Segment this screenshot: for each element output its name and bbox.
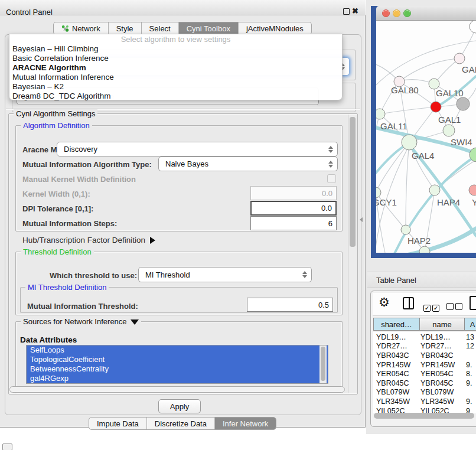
dropdown-item[interactable]: Bayesian – Hill Climbing bbox=[9, 44, 342, 54]
float-window-icon[interactable] bbox=[343, 8, 350, 15]
dropdown-item[interactable]: Bayesian – K2 bbox=[9, 82, 342, 92]
dpi-tolerance-field[interactable]: 0.0 bbox=[250, 201, 337, 216]
tab-impute-data-label: Impute Data bbox=[97, 419, 139, 428]
table-horizontal-scrollbar[interactable] bbox=[374, 413, 474, 419]
network-canvas[interactable]: GALGAL80GAL10GAL1GAL11SWI4GAL4GCY1HAP4YH… bbox=[376, 21, 476, 253]
tab-network[interactable]: Network bbox=[54, 22, 109, 34]
apply-button[interactable]: Apply bbox=[158, 399, 201, 413]
mi-steps-field[interactable]: 6 bbox=[250, 216, 337, 230]
aracne-mode-combo[interactable]: Discovery bbox=[57, 142, 338, 156]
network-edge bbox=[376, 41, 476, 90]
mi-threshold-definition-title: MI Threshold Definition bbox=[25, 283, 109, 292]
splitpane-divider-handle[interactable] bbox=[360, 217, 363, 222]
close-window-icon[interactable]: ✖ bbox=[352, 6, 358, 15]
expand-right-icon bbox=[150, 237, 155, 244]
network-node[interactable] bbox=[429, 185, 440, 195]
list-item[interactable]: TopologicalCoefficient bbox=[27, 355, 328, 364]
tab-jactivemnodules[interactable]: jActiveMNodules bbox=[239, 22, 311, 34]
control-panel-titlebar bbox=[0, 0, 366, 15]
list-vertical-scrollbar[interactable] bbox=[319, 345, 327, 383]
network-node[interactable] bbox=[431, 102, 441, 112]
tab-select-label: Select bbox=[149, 24, 171, 33]
columns-icon[interactable] bbox=[403, 297, 414, 309]
network-edge-highlighted bbox=[376, 144, 407, 179]
combo-stepper-icon bbox=[302, 271, 307, 278]
network-node[interactable] bbox=[401, 225, 410, 234]
network-tab-icon bbox=[61, 25, 69, 32]
tab-discretize-data-label: Discretize Data bbox=[155, 419, 207, 428]
table-body: YDL19…YDL19…13 YDR27…YDR27…12 YBR043CYBR… bbox=[373, 332, 476, 413]
network-node[interactable] bbox=[470, 21, 476, 33]
bottom-tabbar: Impute Data Discretize Data Infer Networ… bbox=[89, 417, 276, 430]
app-screen: Control Panel ✖ Network Style Select Cyn… bbox=[0, 0, 476, 450]
hub-tf-definition-toggle[interactable]: Hub/Transcription Factor Definition bbox=[22, 236, 155, 244]
minimized-panel-icon[interactable] bbox=[2, 444, 12, 450]
tab-discretize-data[interactable]: Discretize Data bbox=[147, 418, 215, 429]
select-all-checks-icon[interactable]: ✓✓ bbox=[423, 302, 441, 312]
network-node-label: Y bbox=[472, 197, 476, 207]
network-node[interactable] bbox=[402, 135, 417, 150]
dropdown-item[interactable]: Mutual Information Inference bbox=[9, 73, 342, 82]
minimize-traffic-light[interactable] bbox=[393, 9, 400, 17]
close-traffic-light[interactable] bbox=[382, 9, 390, 17]
aracne-mode-value: Discovery bbox=[64, 145, 97, 154]
network-edge bbox=[406, 142, 409, 230]
data-attributes-list[interactable]: SelfLoops TopologicalCoefficient Between… bbox=[26, 345, 328, 384]
network-node-label: GAL10 bbox=[436, 88, 464, 98]
threshold-definition-title: Threshold Definition bbox=[21, 247, 94, 256]
tab-impute-data[interactable]: Impute Data bbox=[89, 418, 147, 429]
network-node-label: GAL4 bbox=[412, 151, 434, 161]
dropdown-item[interactable]: Basic Correlation Inference bbox=[9, 54, 342, 63]
column-header-shared-name[interactable]: shared… bbox=[373, 318, 420, 331]
combo-stepper-icon bbox=[328, 146, 333, 153]
mi-algorithm-type-value: Naive Bayes bbox=[165, 159, 208, 168]
manual-kernel-width-label: Manual Kernel Width Definition bbox=[22, 175, 136, 184]
mi-threshold-label: Mutual Information Threshold: bbox=[27, 302, 138, 311]
deselect-all-checks-icon[interactable] bbox=[446, 302, 464, 312]
tab-infer-network[interactable]: Infer Network bbox=[215, 418, 276, 429]
which-threshold-combo[interactable]: MI Threshold bbox=[138, 267, 312, 282]
tab-style[interactable]: Style bbox=[109, 22, 142, 34]
mi-threshold-field[interactable]: 0.5 bbox=[247, 298, 333, 312]
algorithm-definition-title: Algorithm Definition bbox=[21, 121, 92, 130]
network-node-label: GAL bbox=[462, 64, 476, 74]
algorithm-dropdown-popup: Select algorithm to view settings Bayesi… bbox=[9, 34, 343, 100]
network-window-titlebar bbox=[376, 6, 476, 21]
tab-jactivemnodules-label: jActiveMNodules bbox=[246, 24, 304, 33]
control-panel-title: Control Panel bbox=[6, 8, 53, 17]
cyni-algorithm-settings-title: Cyni Algorithm Settings bbox=[14, 109, 97, 118]
mi-algorithm-type-label: Mutual Information Algorithm Type: bbox=[22, 160, 152, 169]
network-node[interactable] bbox=[443, 125, 455, 136]
new-table-file-icon[interactable] bbox=[470, 296, 476, 310]
network-node[interactable] bbox=[376, 109, 385, 119]
which-threshold-label: Which threshold to use: bbox=[50, 271, 137, 280]
sources-title-text: Sources for Network Inference bbox=[23, 317, 127, 326]
network-node-label: GAL11 bbox=[380, 121, 407, 131]
kernel-width-field: 0.0 bbox=[250, 186, 337, 200]
network-node-label: SWI4 bbox=[451, 137, 472, 147]
column-header-name[interactable]: name bbox=[419, 318, 465, 331]
tab-select[interactable]: Select bbox=[142, 22, 179, 34]
network-node[interactable] bbox=[469, 185, 476, 195]
network-node[interactable] bbox=[376, 187, 381, 198]
network-node[interactable] bbox=[454, 53, 465, 64]
tab-cyni-toolbox-label: Cyni Toolbox bbox=[187, 24, 230, 33]
mi-steps-value: 6 bbox=[328, 219, 332, 228]
network-node[interactable] bbox=[457, 97, 470, 110]
gear-icon[interactable]: ⚙ bbox=[379, 295, 390, 309]
tab-network-label: Network bbox=[72, 24, 100, 33]
dropdown-item[interactable]: Dream8 DC_TDC Algorithm bbox=[9, 92, 342, 101]
manual-kernel-width-checkbox[interactable] bbox=[327, 174, 336, 183]
column-header-third[interactable]: A bbox=[464, 318, 476, 331]
dropdown-item-selected[interactable]: ARACNE Algorithm bbox=[9, 63, 342, 73]
list-item[interactable]: gal4RGexp bbox=[27, 374, 328, 383]
network-node-label: GCY1 bbox=[376, 197, 397, 207]
settings-horizontal-scrollbar[interactable] bbox=[9, 386, 345, 393]
list-item[interactable]: SelfLoops bbox=[27, 345, 328, 355]
dropdown-prompt: Select algorithm to view settings bbox=[9, 35, 342, 44]
list-item[interactable]: BetweennessCentrality bbox=[27, 364, 328, 374]
mi-algorithm-type-combo[interactable]: Naive Bayes bbox=[158, 156, 338, 171]
tab-cyni-toolbox[interactable]: Cyni Toolbox bbox=[179, 22, 239, 34]
settings-vertical-scrollbar[interactable] bbox=[348, 115, 357, 393]
zoom-traffic-light[interactable] bbox=[403, 9, 411, 17]
